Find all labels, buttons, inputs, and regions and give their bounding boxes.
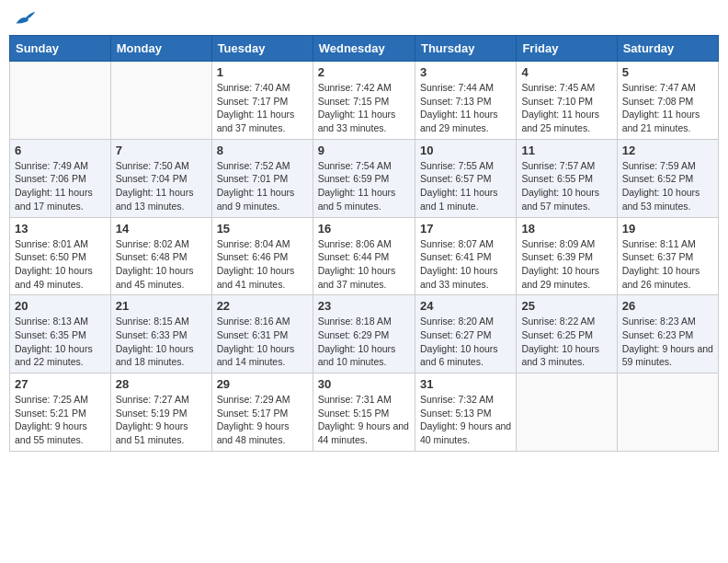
day-number: 17 [420, 222, 511, 236]
day-number: 1 [217, 65, 308, 79]
col-header-saturday: Saturday [617, 36, 718, 62]
logo-bird-icon [15, 9, 37, 28]
calendar-cell: 13Sunrise: 8:01 AM Sunset: 6:50 PM Dayli… [10, 217, 111, 295]
day-number: 13 [15, 222, 106, 236]
day-info: Sunrise: 7:44 AM Sunset: 7:13 PM Dayligh… [420, 81, 511, 135]
calendar-cell: 16Sunrise: 8:06 AM Sunset: 6:44 PM Dayli… [313, 217, 415, 295]
day-info: Sunrise: 7:55 AM Sunset: 6:57 PM Dayligh… [420, 159, 511, 213]
calendar-cell: 5Sunrise: 7:47 AM Sunset: 7:08 PM Daylig… [617, 62, 718, 140]
calendar-cell: 15Sunrise: 8:04 AM Sunset: 6:46 PM Dayli… [211, 217, 313, 295]
calendar-cell [617, 373, 718, 452]
day-info: Sunrise: 8:15 AM Sunset: 6:33 PM Dayligh… [116, 315, 207, 369]
day-number: 20 [15, 299, 106, 313]
day-number: 25 [521, 299, 611, 313]
day-info: Sunrise: 8:06 AM Sunset: 6:44 PM Dayligh… [318, 237, 410, 292]
day-number: 4 [521, 65, 611, 79]
day-info: Sunrise: 8:01 AM Sunset: 6:50 PM Dayligh… [15, 237, 106, 292]
day-info: Sunrise: 8:13 AM Sunset: 6:35 PM Dayligh… [15, 315, 106, 369]
calendar-cell: 14Sunrise: 8:02 AM Sunset: 6:48 PM Dayli… [110, 217, 211, 295]
day-info: Sunrise: 8:16 AM Sunset: 6:31 PM Dayligh… [217, 315, 308, 369]
calendar-cell: 21Sunrise: 8:15 AM Sunset: 6:33 PM Dayli… [110, 295, 211, 373]
col-header-sunday: Sunday [10, 36, 111, 62]
day-number: 29 [217, 377, 308, 391]
day-number: 9 [318, 144, 410, 157]
calendar-cell: 1Sunrise: 7:40 AM Sunset: 7:17 PM Daylig… [211, 62, 313, 140]
day-info: Sunrise: 7:42 AM Sunset: 7:15 PM Dayligh… [318, 81, 410, 135]
day-number: 27 [15, 377, 106, 391]
calendar-cell: 29Sunrise: 7:29 AM Sunset: 5:17 PM Dayli… [211, 373, 313, 452]
calendar-cell: 12Sunrise: 7:59 AM Sunset: 6:52 PM Dayli… [617, 139, 718, 217]
day-info: Sunrise: 8:07 AM Sunset: 6:41 PM Dayligh… [420, 237, 511, 292]
day-number: 16 [318, 222, 410, 236]
day-number: 24 [420, 299, 511, 313]
calendar-cell: 10Sunrise: 7:55 AM Sunset: 6:57 PM Dayli… [415, 139, 516, 217]
day-number: 23 [318, 299, 410, 313]
col-header-monday: Monday [110, 36, 211, 62]
day-info: Sunrise: 7:47 AM Sunset: 7:08 PM Dayligh… [622, 81, 713, 135]
day-info: Sunrise: 8:02 AM Sunset: 6:48 PM Dayligh… [116, 237, 207, 292]
day-info: Sunrise: 7:32 AM Sunset: 5:13 PM Dayligh… [420, 393, 511, 447]
day-number: 21 [116, 299, 207, 313]
day-number: 28 [116, 377, 207, 391]
calendar-week-row: 20Sunrise: 8:13 AM Sunset: 6:35 PM Dayli… [10, 295, 719, 373]
day-number: 26 [622, 299, 713, 313]
calendar-cell: 7Sunrise: 7:50 AM Sunset: 7:04 PM Daylig… [110, 139, 211, 217]
day-info: Sunrise: 7:49 AM Sunset: 7:06 PM Dayligh… [15, 159, 106, 213]
day-number: 19 [622, 222, 713, 236]
day-number: 18 [521, 222, 611, 236]
day-info: Sunrise: 8:11 AM Sunset: 6:37 PM Dayligh… [622, 237, 713, 292]
calendar-week-row: 6Sunrise: 7:49 AM Sunset: 7:06 PM Daylig… [10, 139, 719, 217]
calendar-cell: 26Sunrise: 8:23 AM Sunset: 6:23 PM Dayli… [617, 295, 718, 373]
day-number: 30 [318, 377, 410, 391]
day-number: 15 [217, 222, 308, 236]
day-number: 6 [15, 144, 106, 157]
calendar-cell: 8Sunrise: 7:52 AM Sunset: 7:01 PM Daylig… [211, 139, 313, 217]
day-number: 22 [217, 299, 308, 313]
day-info: Sunrise: 7:54 AM Sunset: 6:59 PM Dayligh… [318, 159, 410, 213]
day-info: Sunrise: 8:18 AM Sunset: 6:29 PM Dayligh… [318, 315, 410, 369]
day-number: 10 [420, 144, 511, 157]
calendar-cell: 18Sunrise: 8:09 AM Sunset: 6:39 PM Dayli… [517, 217, 617, 295]
day-number: 7 [116, 144, 207, 157]
logo [13, 9, 39, 28]
day-info: Sunrise: 8:04 AM Sunset: 6:46 PM Dayligh… [217, 237, 308, 292]
calendar-week-row: 1Sunrise: 7:40 AM Sunset: 7:17 PM Daylig… [10, 62, 719, 140]
day-number: 14 [116, 222, 207, 236]
day-info: Sunrise: 8:22 AM Sunset: 6:25 PM Dayligh… [521, 315, 611, 369]
calendar-cell: 4Sunrise: 7:45 AM Sunset: 7:10 PM Daylig… [517, 62, 617, 140]
day-info: Sunrise: 7:50 AM Sunset: 7:04 PM Dayligh… [116, 159, 207, 213]
calendar-cell: 31Sunrise: 7:32 AM Sunset: 5:13 PM Dayli… [415, 373, 516, 452]
calendar-cell: 2Sunrise: 7:42 AM Sunset: 7:15 PM Daylig… [313, 62, 415, 140]
calendar-week-row: 13Sunrise: 8:01 AM Sunset: 6:50 PM Dayli… [10, 217, 719, 295]
day-info: Sunrise: 8:23 AM Sunset: 6:23 PM Dayligh… [622, 315, 713, 369]
day-info: Sunrise: 7:29 AM Sunset: 5:17 PM Dayligh… [217, 393, 308, 447]
day-info: Sunrise: 7:57 AM Sunset: 6:55 PM Dayligh… [521, 159, 611, 213]
calendar-cell: 19Sunrise: 8:11 AM Sunset: 6:37 PM Dayli… [617, 217, 718, 295]
day-number: 31 [420, 377, 511, 391]
col-header-friday: Friday [517, 36, 617, 62]
calendar-cell: 3Sunrise: 7:44 AM Sunset: 7:13 PM Daylig… [415, 62, 516, 140]
calendar-week-row: 27Sunrise: 7:25 AM Sunset: 5:21 PM Dayli… [10, 373, 719, 452]
day-number: 8 [217, 144, 308, 157]
calendar-cell [10, 62, 111, 140]
calendar-header-row: SundayMondayTuesdayWednesdayThursdayFrid… [10, 36, 719, 62]
day-info: Sunrise: 8:20 AM Sunset: 6:27 PM Dayligh… [420, 315, 511, 369]
calendar-cell: 11Sunrise: 7:57 AM Sunset: 6:55 PM Dayli… [517, 139, 617, 217]
calendar-cell: 27Sunrise: 7:25 AM Sunset: 5:21 PM Dayli… [10, 373, 111, 452]
calendar-cell [110, 62, 211, 140]
calendar-cell: 17Sunrise: 8:07 AM Sunset: 6:41 PM Dayli… [415, 217, 516, 295]
day-info: Sunrise: 7:27 AM Sunset: 5:19 PM Dayligh… [116, 393, 207, 447]
calendar-cell: 20Sunrise: 8:13 AM Sunset: 6:35 PM Dayli… [10, 295, 111, 373]
day-info: Sunrise: 7:40 AM Sunset: 7:17 PM Dayligh… [217, 81, 308, 135]
day-info: Sunrise: 8:09 AM Sunset: 6:39 PM Dayligh… [521, 237, 611, 292]
day-number: 11 [521, 144, 611, 157]
calendar-cell: 6Sunrise: 7:49 AM Sunset: 7:06 PM Daylig… [10, 139, 111, 217]
day-info: Sunrise: 7:52 AM Sunset: 7:01 PM Dayligh… [217, 159, 308, 213]
col-header-tuesday: Tuesday [211, 36, 313, 62]
calendar-cell: 22Sunrise: 8:16 AM Sunset: 6:31 PM Dayli… [211, 295, 313, 373]
day-number: 3 [420, 65, 511, 79]
day-number: 5 [622, 65, 713, 79]
day-info: Sunrise: 7:25 AM Sunset: 5:21 PM Dayligh… [15, 393, 106, 447]
col-header-thursday: Thursday [415, 36, 516, 62]
page-header [9, 9, 719, 28]
